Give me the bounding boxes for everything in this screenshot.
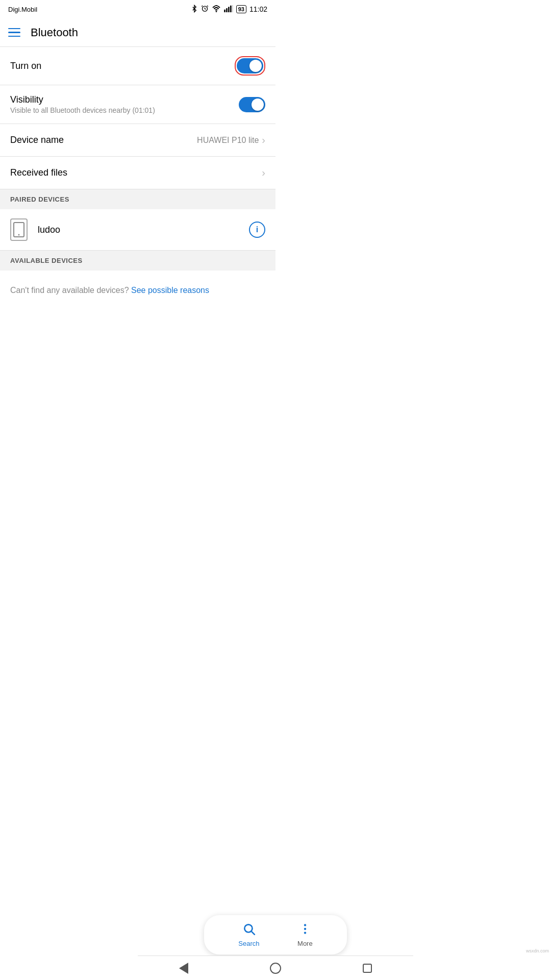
alarm-status-icon (201, 5, 209, 14)
status-bar: Digi.Mobil (0, 0, 276, 18)
device-name-value: HUAWEI P10 lite (197, 136, 259, 145)
paired-devices-header: PAIRED DEVICES (0, 189, 276, 209)
device-ludoo-name: ludoo (38, 225, 249, 235)
received-files-label: Received files (10, 167, 67, 178)
device-name-chevron: › (262, 134, 265, 146)
no-devices-message: Can't find any available devices? See po… (0, 271, 276, 310)
paired-device-ludoo[interactable]: ludoo i (0, 209, 276, 251)
svg-rect-8 (232, 5, 233, 12)
svg-point-3 (215, 11, 217, 12)
device-name-label: Device name (10, 135, 64, 145)
battery-status-icon: 93 (236, 5, 246, 13)
wifi-status-icon (212, 5, 221, 14)
available-devices-header: AVAILABLE DEVICES (0, 251, 276, 271)
visibility-label: Visibility (10, 94, 155, 105)
svg-rect-4 (224, 9, 226, 12)
svg-rect-5 (226, 8, 228, 12)
visibility-row[interactable]: Visibility Visible to all Bluetooth devi… (0, 85, 276, 124)
signal-status-icon (224, 5, 233, 14)
menu-button[interactable] (8, 28, 20, 37)
see-possible-reasons-link[interactable]: See possible reasons (131, 286, 209, 295)
bluetooth-status-icon (191, 4, 198, 15)
device-tablet-icon (10, 218, 28, 241)
settings-list: Turn on Visibility Visible to all Blueto… (0, 47, 276, 310)
received-files-row[interactable]: Received files › (0, 157, 276, 189)
toolbar: Bluetooth (0, 18, 276, 47)
time-label: 11:02 (249, 5, 267, 13)
svg-rect-7 (230, 5, 232, 12)
svg-line-1 (202, 6, 203, 7)
svg-point-10 (18, 234, 20, 236)
svg-line-2 (207, 6, 208, 7)
device-info-button[interactable]: i (249, 222, 265, 238)
status-icons: 93 11:02 (191, 4, 267, 15)
visibility-text-group: Visibility Visible to all Bluetooth devi… (10, 94, 155, 114)
turn-on-row[interactable]: Turn on (0, 47, 276, 85)
svg-rect-6 (228, 7, 230, 12)
visibility-toggle[interactable] (239, 97, 265, 112)
carrier-label: Digi.Mobil (8, 6, 37, 13)
device-name-row[interactable]: Device name HUAWEI P10 lite › (0, 124, 276, 157)
turn-on-toggle[interactable] (237, 58, 263, 74)
page-title: Bluetooth (31, 26, 78, 39)
turn-on-toggle-border (235, 56, 265, 76)
visibility-sublabel: Visible to all Bluetooth devices nearby … (10, 106, 155, 114)
received-files-chevron: › (262, 167, 265, 179)
turn-on-label: Turn on (10, 61, 41, 71)
